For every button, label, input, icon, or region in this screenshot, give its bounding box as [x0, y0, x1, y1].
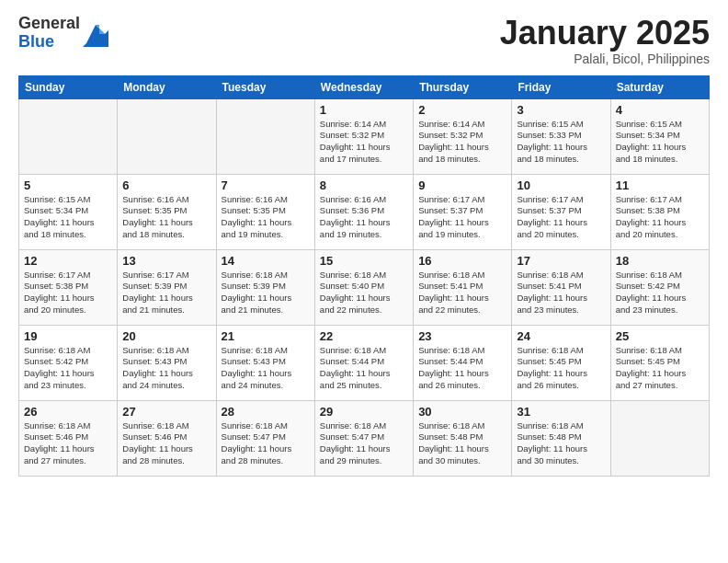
day-info: Sunrise: 6:18 AM Sunset: 5:48 PM Dayligh… [517, 420, 587, 465]
calendar-week-row: 12Sunrise: 6:17 AM Sunset: 5:38 PM Dayli… [19, 249, 710, 325]
logo-general: General [18, 15, 80, 33]
table-row: 26Sunrise: 6:18 AM Sunset: 5:46 PM Dayli… [19, 400, 118, 476]
day-number: 2 [418, 103, 506, 117]
header: General Blue January 2025 Palali, Bicol,… [18, 15, 710, 66]
table-row [216, 98, 314, 174]
table-row: 7Sunrise: 6:16 AM Sunset: 5:35 PM Daylig… [216, 174, 314, 249]
col-thursday: Thursday [414, 75, 512, 98]
day-info: Sunrise: 6:18 AM Sunset: 5:39 PM Dayligh… [222, 270, 292, 315]
day-number: 1 [320, 103, 408, 117]
day-number: 12 [24, 254, 112, 268]
day-number: 8 [320, 178, 408, 192]
logo-blue: Blue [18, 33, 80, 52]
col-monday: Monday [118, 75, 216, 98]
location-subtitle: Palali, Bicol, Philippines [500, 52, 710, 66]
table-row: 31Sunrise: 6:18 AM Sunset: 5:48 PM Dayli… [512, 400, 610, 476]
table-row: 22Sunrise: 6:18 AM Sunset: 5:44 PM Dayli… [314, 325, 413, 400]
day-info: Sunrise: 6:18 AM Sunset: 5:43 PM Dayligh… [222, 345, 292, 390]
day-info: Sunrise: 6:18 AM Sunset: 5:48 PM Dayligh… [418, 420, 489, 465]
day-number: 28 [222, 405, 310, 419]
day-info: Sunrise: 6:17 AM Sunset: 5:39 PM Dayligh… [122, 270, 193, 315]
day-number: 27 [122, 405, 210, 419]
day-number: 4 [616, 103, 704, 117]
day-number: 16 [418, 254, 506, 268]
table-row: 16Sunrise: 6:18 AM Sunset: 5:41 PM Dayli… [414, 249, 512, 325]
calendar-week-row: 1Sunrise: 6:14 AM Sunset: 5:32 PM Daylig… [19, 98, 710, 174]
col-wednesday: Wednesday [314, 75, 413, 98]
table-row: 13Sunrise: 6:17 AM Sunset: 5:39 PM Dayli… [118, 249, 216, 325]
svg-marker-0 [83, 25, 108, 47]
table-row [19, 98, 118, 174]
day-info: Sunrise: 6:18 AM Sunset: 5:42 PM Dayligh… [24, 345, 95, 390]
day-info: Sunrise: 6:17 AM Sunset: 5:37 PM Dayligh… [517, 194, 587, 239]
day-info: Sunrise: 6:14 AM Sunset: 5:32 PM Dayligh… [418, 119, 489, 164]
day-info: Sunrise: 6:18 AM Sunset: 5:41 PM Dayligh… [418, 270, 489, 315]
day-number: 26 [24, 405, 112, 419]
day-info: Sunrise: 6:15 AM Sunset: 5:33 PM Dayligh… [517, 119, 587, 164]
day-number: 13 [122, 254, 210, 268]
table-row: 18Sunrise: 6:18 AM Sunset: 5:42 PM Dayli… [610, 249, 709, 325]
day-number: 7 [222, 178, 310, 192]
day-number: 14 [222, 254, 310, 268]
table-row: 12Sunrise: 6:17 AM Sunset: 5:38 PM Dayli… [19, 249, 118, 325]
day-info: Sunrise: 6:16 AM Sunset: 5:35 PM Dayligh… [122, 194, 193, 239]
day-number: 10 [517, 178, 605, 192]
day-number: 29 [320, 405, 408, 419]
page: General Blue January 2025 Palali, Bicol,… [0, 0, 728, 563]
day-number: 17 [517, 254, 605, 268]
col-tuesday: Tuesday [216, 75, 314, 98]
day-info: Sunrise: 6:16 AM Sunset: 5:35 PM Dayligh… [222, 194, 292, 239]
day-number: 30 [418, 405, 506, 419]
table-row: 15Sunrise: 6:18 AM Sunset: 5:40 PM Dayli… [314, 249, 413, 325]
table-row: 3Sunrise: 6:15 AM Sunset: 5:33 PM Daylig… [512, 98, 610, 174]
table-row: 24Sunrise: 6:18 AM Sunset: 5:45 PM Dayli… [512, 325, 610, 400]
table-row: 6Sunrise: 6:16 AM Sunset: 5:35 PM Daylig… [118, 174, 216, 249]
table-row: 20Sunrise: 6:18 AM Sunset: 5:43 PM Dayli… [118, 325, 216, 400]
day-number: 25 [616, 329, 704, 343]
table-row [118, 98, 216, 174]
day-info: Sunrise: 6:17 AM Sunset: 5:38 PM Dayligh… [616, 194, 687, 239]
day-info: Sunrise: 6:15 AM Sunset: 5:34 PM Dayligh… [616, 119, 687, 164]
day-number: 5 [24, 178, 112, 192]
table-row: 4Sunrise: 6:15 AM Sunset: 5:34 PM Daylig… [610, 98, 709, 174]
day-number: 9 [418, 178, 506, 192]
calendar-week-row: 26Sunrise: 6:18 AM Sunset: 5:46 PM Dayli… [19, 400, 710, 476]
day-number: 3 [517, 103, 605, 117]
table-row: 2Sunrise: 6:14 AM Sunset: 5:32 PM Daylig… [414, 98, 512, 174]
logo-text: General Blue [18, 15, 80, 52]
day-info: Sunrise: 6:16 AM Sunset: 5:36 PM Dayligh… [320, 194, 391, 239]
day-number: 18 [616, 254, 704, 268]
day-info: Sunrise: 6:18 AM Sunset: 5:41 PM Dayligh… [517, 270, 587, 315]
table-row: 29Sunrise: 6:18 AM Sunset: 5:47 PM Dayli… [314, 400, 413, 476]
day-info: Sunrise: 6:18 AM Sunset: 5:45 PM Dayligh… [517, 345, 587, 390]
table-row: 14Sunrise: 6:18 AM Sunset: 5:39 PM Dayli… [216, 249, 314, 325]
day-info: Sunrise: 6:18 AM Sunset: 5:40 PM Dayligh… [320, 270, 391, 315]
day-info: Sunrise: 6:18 AM Sunset: 5:42 PM Dayligh… [616, 270, 687, 315]
col-sunday: Sunday [19, 75, 118, 98]
day-number: 24 [517, 329, 605, 343]
day-info: Sunrise: 6:18 AM Sunset: 5:47 PM Dayligh… [320, 420, 391, 465]
calendar-week-row: 19Sunrise: 6:18 AM Sunset: 5:42 PM Dayli… [19, 325, 710, 400]
logo: General Blue [18, 15, 108, 52]
day-info: Sunrise: 6:17 AM Sunset: 5:37 PM Dayligh… [418, 194, 489, 239]
calendar-week-row: 5Sunrise: 6:15 AM Sunset: 5:34 PM Daylig… [19, 174, 710, 249]
day-number: 19 [24, 329, 112, 343]
day-number: 22 [320, 329, 408, 343]
calendar-header-row: Sunday Monday Tuesday Wednesday Thursday… [19, 75, 710, 98]
day-info: Sunrise: 6:18 AM Sunset: 5:46 PM Dayligh… [24, 420, 95, 465]
day-info: Sunrise: 6:18 AM Sunset: 5:43 PM Dayligh… [122, 345, 193, 390]
table-row: 1Sunrise: 6:14 AM Sunset: 5:32 PM Daylig… [314, 98, 413, 174]
table-row: 28Sunrise: 6:18 AM Sunset: 5:47 PM Dayli… [216, 400, 314, 476]
table-row: 5Sunrise: 6:15 AM Sunset: 5:34 PM Daylig… [19, 174, 118, 249]
table-row: 9Sunrise: 6:17 AM Sunset: 5:37 PM Daylig… [414, 174, 512, 249]
table-row: 25Sunrise: 6:18 AM Sunset: 5:45 PM Dayli… [610, 325, 709, 400]
day-number: 20 [122, 329, 210, 343]
day-number: 15 [320, 254, 408, 268]
day-number: 23 [418, 329, 506, 343]
day-number: 6 [122, 178, 210, 192]
col-saturday: Saturday [610, 75, 709, 98]
table-row: 21Sunrise: 6:18 AM Sunset: 5:43 PM Dayli… [216, 325, 314, 400]
table-row: 17Sunrise: 6:18 AM Sunset: 5:41 PM Dayli… [512, 249, 610, 325]
day-info: Sunrise: 6:18 AM Sunset: 5:46 PM Dayligh… [122, 420, 193, 465]
day-info: Sunrise: 6:18 AM Sunset: 5:47 PM Dayligh… [222, 420, 292, 465]
